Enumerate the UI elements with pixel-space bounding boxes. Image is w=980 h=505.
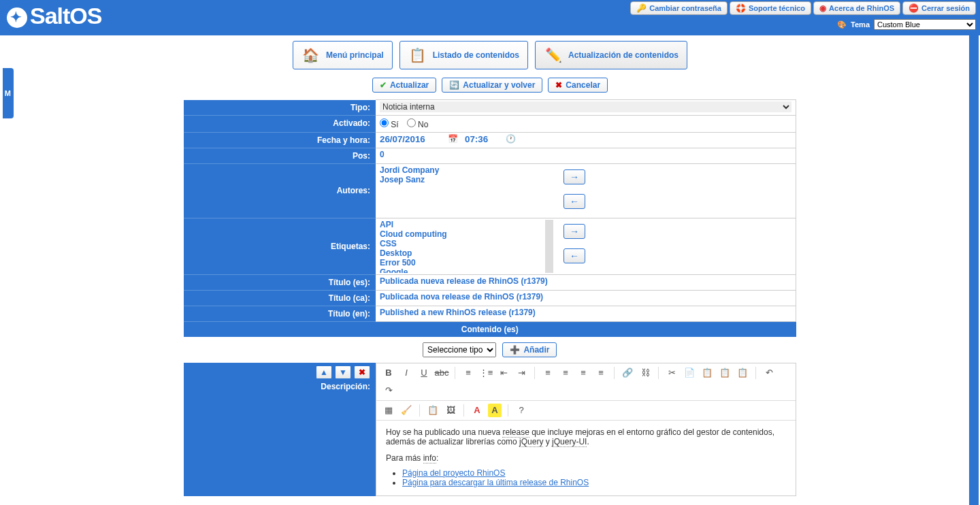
brand-icon (7, 7, 27, 28)
editor-content[interactable]: Hoy se ha publicado una nueva release qu… (376, 421, 796, 495)
list-item[interactable]: CSS (380, 239, 545, 248)
add-content-button[interactable]: ➕Añadir (502, 342, 557, 357)
list-item[interactable]: Error 500 (380, 258, 545, 267)
cancel-icon: ✖ (555, 80, 562, 90)
update-label: Actualizar (390, 80, 429, 90)
cut-icon[interactable]: ✂ (665, 366, 679, 380)
titulo-es-input[interactable] (380, 276, 791, 286)
align-right-icon[interactable]: ≡ (576, 366, 590, 380)
content-form: Tipo: Noticia interna Activado: Sí No Fe… (184, 99, 796, 496)
indent-icon[interactable]: ⇥ (514, 366, 528, 380)
action-buttons: ✔Actualizar 🔄Actualizar y volver ✖Cancel… (146, 78, 834, 93)
move-down-button[interactable]: ▼ (335, 365, 351, 379)
activado-no[interactable]: No (407, 118, 429, 129)
outdent-icon[interactable]: ⇤ (497, 366, 510, 380)
redo-icon[interactable]: ↷ (382, 384, 395, 397)
etiquetas-listbox[interactable]: API Cloud computing CSS Desktop Error 50… (380, 220, 553, 273)
content-es-header: Contenido (es) (184, 321, 796, 337)
image-icon[interactable]: 🖼 (444, 404, 457, 417)
underline-icon[interactable]: U (417, 366, 431, 380)
list-item[interactable]: Jordi Company (380, 165, 553, 175)
list-item[interactable]: Cloud computing (380, 229, 545, 239)
text-color-icon[interactable]: A (470, 404, 484, 417)
activado-yes-radio[interactable] (380, 118, 389, 127)
descripcion-label-cell: ▲ ▼ ✖ Descripción: (184, 363, 376, 496)
unlink-icon[interactable]: ⛓ (638, 366, 652, 380)
italic-icon[interactable]: I (399, 366, 413, 380)
source-icon[interactable]: ▦ (382, 404, 395, 417)
remove-author-button[interactable]: ← (564, 194, 585, 209)
add-author-button[interactable]: → (564, 169, 585, 184)
move-up-button[interactable]: ▲ (316, 365, 332, 379)
tipo-select[interactable]: Noticia interna (380, 101, 791, 112)
paste-word-icon[interactable]: 📋 (736, 366, 749, 380)
theme-label: Tema (851, 20, 870, 29)
align-left-icon[interactable]: ≡ (541, 366, 555, 380)
clock-icon[interactable]: 🕐 (506, 134, 516, 144)
pos-input[interactable] (380, 150, 791, 159)
bold-icon[interactable]: B (382, 366, 395, 380)
copy-icon[interactable]: 📄 (683, 366, 696, 380)
link-icon[interactable]: 🔗 (621, 366, 634, 380)
nav-content-list[interactable]: 📋Listado de contenidos (399, 41, 528, 69)
strike-icon[interactable]: abc (435, 366, 448, 380)
add-content-label: Añadir (523, 345, 549, 355)
rhinos-project-link[interactable]: Página del proyecto RhinOS (402, 468, 505, 478)
editor-toolbar-1: B I U abc ≡ ⋮≡ ⇤ ⇥ ≡ ≡ ≡ ≡ (376, 363, 796, 401)
theme-icon: 🎨 (837, 20, 847, 29)
key-icon: 🔑 (636, 3, 647, 13)
autores-listbox[interactable]: Jordi Company Josep Sanz (380, 165, 553, 216)
update-back-button[interactable]: 🔄Actualizar y volver (442, 78, 542, 93)
add-tag-button[interactable]: → (564, 224, 585, 239)
time-input[interactable] (465, 134, 499, 144)
align-justify-icon[interactable]: ≡ (594, 366, 608, 380)
list-item[interactable]: API (380, 220, 545, 229)
nav-buttons: 🏠Menú principal 📋Listado de contenidos ✏… (146, 41, 834, 69)
cancel-button[interactable]: ✖Cancelar (548, 78, 608, 93)
remove-tag-button[interactable]: ← (564, 248, 585, 263)
highlight-icon[interactable]: A (488, 404, 502, 417)
delete-block-button[interactable]: ✖ (354, 365, 370, 379)
paste-text-icon[interactable]: 📋 (718, 366, 732, 380)
support-link[interactable]: 🛟Soporte técnico (730, 1, 811, 15)
date-input[interactable] (380, 134, 441, 144)
descripcion-label: Descripción: (321, 382, 370, 391)
activado-label: Activado: (184, 115, 376, 132)
activado-no-radio[interactable] (407, 118, 416, 127)
titulo-ca-label: Título (ca): (184, 290, 376, 306)
about-link[interactable]: ◉Acerca de RhinOS (813, 1, 900, 15)
autores-label: Autores: (184, 163, 376, 218)
paste-plain-icon[interactable]: 📋 (426, 404, 440, 417)
ol-icon[interactable]: ≡ (461, 366, 475, 380)
help-icon[interactable]: ? (514, 404, 528, 417)
change-password-link[interactable]: 🔑Cambiar contraseña (630, 1, 728, 15)
menu-tab[interactable]: MENU (3, 68, 14, 118)
activado-yes[interactable]: Sí (380, 118, 399, 129)
pos-label: Pos: (184, 148, 376, 163)
theme-select[interactable]: Custom Blue (874, 19, 976, 30)
clear-format-icon[interactable]: 🧹 (399, 404, 413, 417)
align-center-icon[interactable]: ≡ (559, 366, 572, 380)
nav-update-label: Actualización de contenidos (568, 50, 679, 60)
page-scrollbar[interactable] (969, 0, 979, 496)
paste-icon[interactable]: 📋 (700, 366, 714, 380)
content-type-select[interactable]: Seleccione tipo (423, 342, 496, 357)
titulo-en-input[interactable] (380, 308, 791, 317)
refresh-icon: 🔄 (449, 80, 459, 90)
titulo-ca-input[interactable] (380, 292, 791, 302)
update-button[interactable]: ✔Actualizar (372, 78, 436, 93)
ul-icon[interactable]: ⋮≡ (479, 366, 493, 380)
list-item[interactable]: Google (380, 267, 545, 273)
check-icon: ✔ (380, 80, 387, 90)
nav-main-menu[interactable]: 🏠Menú principal (293, 41, 393, 69)
logout-link[interactable]: ⛔Cerrar sesión (902, 1, 976, 15)
nav-content-update[interactable]: ✏️Actualización de contenidos (535, 41, 687, 69)
etiquetas-label: Etiquetas: (184, 218, 376, 274)
theme-selector-row: 🎨 Tema Custom Blue (837, 19, 976, 30)
rhinos-download-link[interactable]: Página para descargar la última release … (402, 478, 589, 487)
list-item[interactable]: Desktop (380, 248, 545, 258)
undo-icon[interactable]: ↶ (762, 366, 776, 380)
top-links: 🔑Cambiar contraseña 🛟Soporte técnico ◉Ac… (630, 1, 976, 15)
calendar-icon[interactable]: 📅 (448, 134, 458, 144)
list-item[interactable]: Josep Sanz (380, 175, 553, 184)
